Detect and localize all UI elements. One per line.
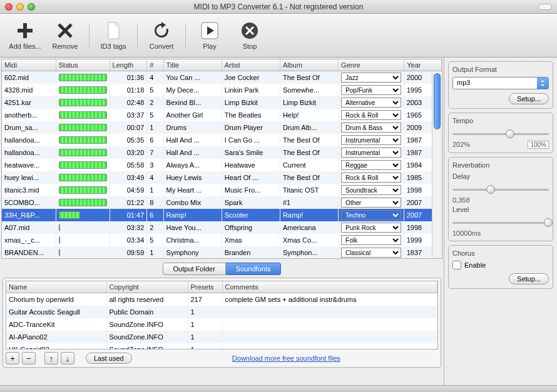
tab-soundfonts[interactable]: Soundfonts	[226, 263, 282, 275]
chorus-setup-button[interactable]: Setup...	[509, 273, 549, 284]
reverb-panel: Reverbation Delay 0,358 Level 10000ms	[448, 157, 553, 241]
level-slider[interactable]	[452, 217, 549, 228]
cell-genre[interactable]: Instrumental	[339, 146, 404, 159]
id3-tags-button[interactable]: ID3 tags	[95, 17, 132, 54]
col-album[interactable]: Album	[280, 59, 338, 71]
tempo-slider[interactable]	[452, 128, 549, 139]
sf-row[interactable]: UK Cezoid03SoundZone.INFO1	[6, 343, 437, 350]
download-link[interactable]: Download more free soundfont files	[232, 354, 340, 362]
tab-output-folder[interactable]: Output Folder	[163, 263, 226, 275]
sf-down-button[interactable]: ↓	[61, 352, 74, 364]
col-title[interactable]: Title	[163, 59, 222, 71]
chorus-enable-checkbox[interactable]: Enable	[452, 261, 549, 269]
sf-row[interactable]: AI-APiano02SoundZone.INFO1	[6, 331, 437, 343]
delay-value: 0,358	[452, 196, 470, 204]
cell-genre[interactable]: Pop/Funk	[339, 84, 404, 96]
cell-length: 03:49	[110, 171, 147, 184]
chorus-panel: Chorus Enable Setup...	[448, 245, 553, 289]
cell-title: My Heart ...	[163, 184, 222, 196]
soundfonts-table[interactable]: Name Copyright Presets Comments Chorium …	[6, 281, 438, 349]
table-row[interactable]: hallandoa...05:356Hall And ...I Can Go .…	[2, 134, 442, 146]
table-row[interactable]: A07.mid03:322Have You...OffspringAmerica…	[2, 221, 442, 234]
zoom-button[interactable]	[28, 3, 35, 11]
sf-name: ADC-TranceKit	[6, 318, 106, 331]
cell-length: 04:59	[110, 184, 147, 196]
table-row[interactable]: 602.mid01:364You Can ...Joe CockerThe Be…	[2, 71, 442, 84]
sf-add-button[interactable]: +	[6, 352, 19, 364]
cell-midi: 5COMBO...	[2, 196, 56, 209]
col-genre[interactable]: Genre	[339, 59, 404, 71]
scrollbar[interactable]	[432, 73, 442, 258]
sf-row[interactable]: ADC-TranceKitSoundZone.INFO1	[6, 318, 437, 331]
sf-col-comments[interactable]: Comments	[222, 281, 437, 293]
add-files-button[interactable]: Add files...	[6, 17, 44, 54]
delay-slider[interactable]	[452, 184, 549, 195]
cell-genre[interactable]: Other	[339, 196, 404, 209]
cell-genre[interactable]: Jazz	[339, 71, 404, 84]
table-row[interactable]: 4328.mid01:185My Dece...Linkin ParkSomew…	[2, 84, 442, 96]
level-label: Level	[452, 206, 549, 213]
cell-genre[interactable]: Rock & Roll	[339, 109, 404, 121]
sf-row[interactable]: Chorium by openwrldall rights reserved21…	[6, 293, 437, 306]
table-row[interactable]: 4251.kar02:482Bexind Bl...Limp BizkitLim…	[2, 96, 442, 109]
sf-up-button[interactable]: ↑	[44, 352, 58, 364]
cell-midi: 33H_R&P...	[2, 209, 56, 221]
table-row[interactable]: hallandoa...03:207Hall And ...Sara's Smi…	[2, 146, 442, 159]
cell-genre[interactable]: Folk	[339, 234, 404, 246]
table-row[interactable]: titanic3.mid04:591My Heart ...Music Fro.…	[2, 184, 442, 196]
output-format-select[interactable]: mp3	[452, 77, 549, 89]
remove-button[interactable]: Remove	[46, 17, 84, 54]
table-row[interactable]: Drum_sa...00:071DrumsDrum PlayerDrum Alb…	[2, 121, 442, 134]
cell-genre[interactable]: Techno	[339, 209, 404, 221]
table-row[interactable]: 5COMBO...01:228Combo MixSpark#1Other2007	[2, 196, 442, 209]
sf-remove-button[interactable]: −	[22, 352, 36, 364]
cell-num: 4	[147, 171, 163, 184]
convert-button[interactable]: Convert	[143, 17, 180, 54]
midi-table[interactable]: Midi Status Length # Title Artist Album …	[1, 59, 442, 259]
tempo-default[interactable]: 100%	[528, 141, 549, 149]
table-row[interactable]: BRANDEN...09:591SymphonyBrandenSymphon..…	[2, 246, 442, 259]
col-midi[interactable]: Midi	[2, 59, 56, 71]
id3-label: ID3 tags	[101, 43, 126, 50]
sf-col-name[interactable]: Name	[6, 281, 106, 293]
cell-genre[interactable]: Rock & Roll	[339, 171, 404, 184]
cell-num: 5	[147, 109, 163, 121]
close-button[interactable]	[5, 3, 13, 11]
minimize-button[interactable]	[16, 3, 24, 11]
col-length[interactable]: Length	[110, 59, 147, 71]
last-used-button[interactable]: Last used	[86, 353, 132, 364]
cell-genre[interactable]: Punk Rock	[339, 221, 404, 234]
chorus-title: Chorus	[452, 249, 549, 257]
play-icon	[200, 21, 220, 41]
cell-genre[interactable]: Soundtrack	[339, 184, 404, 196]
sf-col-copyright[interactable]: Copyright	[106, 281, 188, 293]
cell-genre[interactable]: Instrumental	[339, 134, 404, 146]
table-row[interactable]: 33H_R&P...01:476Ramp!ScooterRamp!Techno2…	[2, 209, 442, 221]
cell-genre[interactable]: Drum & Bass	[339, 121, 404, 134]
sf-name: UK Cezoid03	[6, 343, 106, 350]
col-year[interactable]: Year	[404, 59, 442, 71]
output-setup-button[interactable]: Setup...	[509, 93, 549, 104]
table-row[interactable]: heatwave...05:583Always A...HeatwaveCurr…	[2, 159, 442, 171]
cell-genre[interactable]: Classical	[339, 246, 404, 259]
toolbar-pill[interactable]	[538, 4, 552, 10]
cell-genre[interactable]: Reggae	[339, 159, 404, 171]
sf-col-presets[interactable]: Presets	[188, 281, 222, 293]
table-row[interactable]: anotherb...03:375Another GirlThe Beatles…	[2, 109, 442, 121]
col-artist[interactable]: Artist	[222, 59, 280, 71]
sf-row[interactable]: Guitar Acoustic SeagullPublic Domain1	[6, 306, 437, 318]
cell-album: The Best Of	[280, 134, 338, 146]
cell-length: 05:35	[110, 134, 147, 146]
cell-midi: heatwave...	[2, 159, 56, 171]
stop-icon	[240, 21, 260, 41]
cell-album: Limp Bizkit	[280, 96, 338, 109]
window-title: MIDI to MP3 Converter 6.1 - Not register…	[0, 3, 557, 11]
stop-button[interactable]: Stop	[231, 17, 268, 54]
table-row[interactable]: huey lewi...03:494Huey LewisHeart Of ...…	[2, 171, 442, 184]
sf-name: AI-APiano02	[6, 331, 106, 343]
cell-genre[interactable]: Alternative	[339, 96, 404, 109]
table-row[interactable]: xmas_-_c...03:345Christma...XmasXmas Co.…	[2, 234, 442, 246]
play-button[interactable]: Play	[191, 17, 228, 54]
col-num[interactable]: #	[147, 59, 163, 71]
col-status[interactable]: Status	[56, 59, 110, 71]
